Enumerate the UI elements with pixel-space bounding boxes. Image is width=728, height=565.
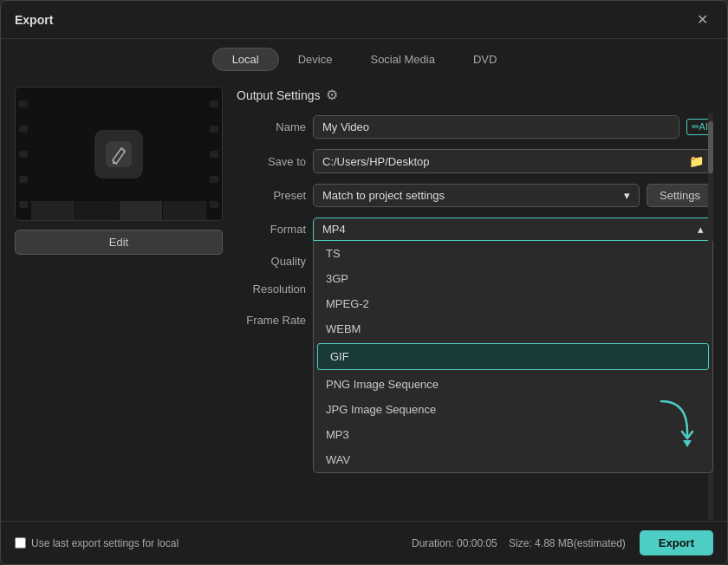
right-panel: Output Settings ⚙ Name ✏AI Save to C:/Us…	[237, 87, 713, 521]
title-bar: Export ✕	[1, 1, 727, 39]
film-hole	[19, 151, 28, 158]
svg-rect-0	[106, 141, 132, 167]
tab-dvd[interactable]: DVD	[454, 48, 516, 71]
thumb-cell	[120, 201, 164, 220]
name-input[interactable]	[313, 115, 679, 139]
export-button[interactable]: Export	[640, 530, 713, 555]
svg-marker-1	[683, 440, 692, 447]
name-row: Name ✏AI	[237, 115, 713, 139]
format-label: Format	[237, 223, 306, 236]
left-panel: Edit	[15, 87, 223, 521]
tab-social-media[interactable]: Social Media	[351, 48, 453, 71]
film-hole	[19, 201, 28, 208]
format-row: Format MP4 ▴ TS 3GP MPEG-2 WEBM GIF PN	[237, 218, 713, 241]
format-option-mpeg2[interactable]: MPEG-2	[314, 291, 712, 316]
film-hole	[210, 151, 218, 158]
format-option-webm[interactable]: WEBM	[314, 316, 712, 341]
save-to-path[interactable]: C:/Users/HP/Desktop 📁	[313, 149, 713, 173]
quality-label: Quality	[237, 255, 306, 268]
resolution-label: Resolution	[237, 282, 306, 295]
format-option-ts[interactable]: TS	[314, 241, 712, 266]
settings-grid: Name ✏AI Save to C:/Users/HP/Desktop 📁 P…	[237, 115, 713, 389]
format-option-gif[interactable]: GIF	[317, 343, 709, 370]
duration-text: Duration: 00:00:05	[412, 537, 497, 549]
preview-icon	[94, 130, 143, 179]
bottom-bar: Use last export settings for local Durat…	[1, 521, 727, 564]
thumb-cell	[75, 201, 120, 220]
preset-value: Match to project settings	[322, 189, 445, 202]
frame-rate-label: Frame Rate	[237, 314, 306, 327]
bottom-right: Duration: 00:00:05 Size: 4.88 MB(estimat…	[412, 530, 713, 555]
output-settings-header: Output Settings ⚙	[237, 87, 713, 103]
preset-row: Preset Match to project settings ▾ Setti…	[237, 184, 713, 207]
duration-size-text: Duration: 00:00:05 Size: 4.88 MB(estimat…	[412, 537, 626, 549]
arrow-indicator	[653, 397, 696, 451]
chevron-up-icon: ▴	[698, 223, 704, 236]
arrow-svg	[653, 397, 696, 449]
film-hole	[210, 126, 218, 133]
chevron-down-icon: ▾	[624, 189, 630, 202]
use-last-settings-label: Use last export settings for local	[31, 537, 179, 549]
pencil-icon	[106, 141, 132, 167]
preview-box	[15, 87, 223, 221]
close-button[interactable]: ✕	[692, 10, 713, 29]
film-hole	[19, 176, 28, 183]
film-strip-left	[16, 88, 31, 220]
preset-dropdown[interactable]: Match to project settings ▾	[313, 184, 640, 207]
path-text: C:/Users/HP/Desktop	[322, 155, 430, 168]
thumb-cell	[163, 201, 206, 220]
format-option-png-seq[interactable]: PNG Image Sequence	[314, 372, 712, 397]
tab-local[interactable]: Local	[212, 48, 279, 71]
film-strip-right	[206, 88, 222, 220]
settings-icon: ⚙	[326, 87, 338, 103]
name-label: Name	[237, 120, 306, 133]
film-hole	[19, 126, 28, 133]
use-last-settings-checkbox[interactable]	[15, 537, 26, 549]
thumbnail-strip	[31, 201, 206, 220]
size-text: Size: 4.88 MB(estimated)	[509, 537, 626, 549]
export-dialog: Export ✕ Local Device Social Media DVD	[0, 0, 728, 565]
film-hole	[19, 101, 28, 107]
save-to-row: Save to C:/Users/HP/Desktop 📁	[237, 149, 713, 173]
format-value: MP4	[322, 223, 346, 236]
format-option-3gp[interactable]: 3GP	[314, 266, 712, 291]
scrollbar-thumb[interactable]	[708, 121, 713, 173]
tabs-bar: Local Device Social Media DVD	[1, 39, 727, 78]
use-last-settings: Use last export settings for local	[15, 537, 179, 549]
format-dropdown-container: MP4 ▴ TS 3GP MPEG-2 WEBM GIF PNG Image S…	[313, 218, 713, 241]
settings-button[interactable]: Settings	[647, 184, 713, 207]
folder-icon: 📁	[689, 154, 704, 168]
tab-device[interactable]: Device	[279, 48, 352, 71]
output-settings-title: Output Settings	[237, 88, 321, 102]
thumb-cell	[31, 201, 75, 220]
save-to-label: Save to	[237, 155, 306, 168]
format-dropdown-trigger[interactable]: MP4 ▴	[313, 218, 713, 241]
preset-label: Preset	[237, 189, 306, 202]
edit-button[interactable]: Edit	[15, 230, 223, 255]
film-hole	[210, 101, 218, 107]
content-area: Edit Output Settings ⚙ Name ✏AI Save to	[1, 78, 727, 521]
film-hole	[210, 176, 218, 183]
film-hole	[210, 201, 218, 208]
dialog-title: Export	[15, 13, 53, 27]
preset-selector: Match to project settings ▾ Settings	[313, 184, 713, 207]
